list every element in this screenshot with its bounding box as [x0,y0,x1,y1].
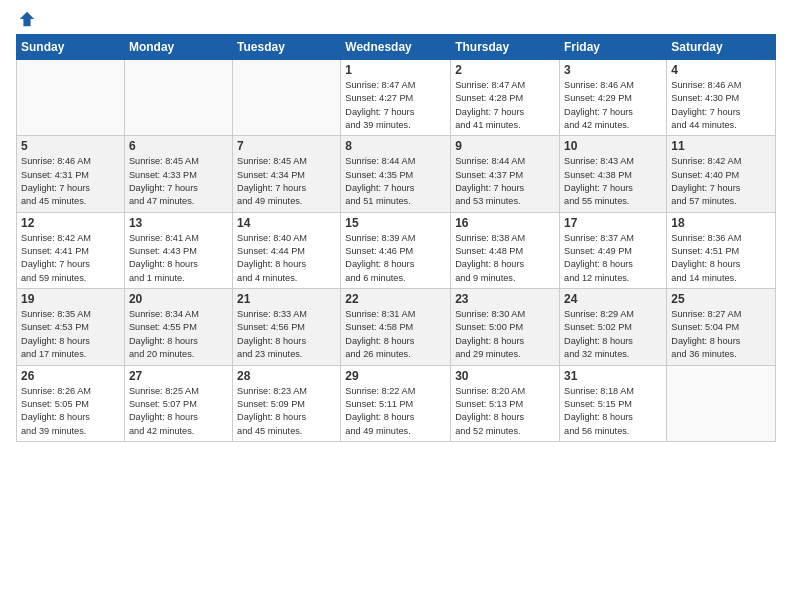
day-info: Sunrise: 8:47 AM Sunset: 4:28 PM Dayligh… [455,79,555,132]
calendar-cell: 20Sunrise: 8:34 AM Sunset: 4:55 PM Dayli… [124,289,232,365]
calendar-cell: 27Sunrise: 8:25 AM Sunset: 5:07 PM Dayli… [124,365,232,441]
day-info: Sunrise: 8:23 AM Sunset: 5:09 PM Dayligh… [237,385,336,438]
day-number: 18 [671,216,771,230]
day-info: Sunrise: 8:44 AM Sunset: 4:37 PM Dayligh… [455,155,555,208]
calendar-cell [124,60,232,136]
day-info: Sunrise: 8:41 AM Sunset: 4:43 PM Dayligh… [129,232,228,285]
day-info: Sunrise: 8:18 AM Sunset: 5:15 PM Dayligh… [564,385,662,438]
weekday-header-tuesday: Tuesday [233,35,341,60]
calendar-cell: 31Sunrise: 8:18 AM Sunset: 5:15 PM Dayli… [560,365,667,441]
calendar-cell: 23Sunrise: 8:30 AM Sunset: 5:00 PM Dayli… [451,289,560,365]
day-info: Sunrise: 8:43 AM Sunset: 4:38 PM Dayligh… [564,155,662,208]
calendar-table: SundayMondayTuesdayWednesdayThursdayFrid… [16,34,776,442]
day-number: 17 [564,216,662,230]
svg-marker-0 [20,12,34,26]
logo-icon [18,10,36,28]
calendar-cell: 17Sunrise: 8:37 AM Sunset: 4:49 PM Dayli… [560,212,667,288]
week-row-4: 19Sunrise: 8:35 AM Sunset: 4:53 PM Dayli… [17,289,776,365]
day-number: 26 [21,369,120,383]
day-number: 4 [671,63,771,77]
calendar-cell: 5Sunrise: 8:46 AM Sunset: 4:31 PM Daylig… [17,136,125,212]
day-number: 23 [455,292,555,306]
calendar-cell: 2Sunrise: 8:47 AM Sunset: 4:28 PM Daylig… [451,60,560,136]
calendar-cell: 12Sunrise: 8:42 AM Sunset: 4:41 PM Dayli… [17,212,125,288]
calendar-cell: 21Sunrise: 8:33 AM Sunset: 4:56 PM Dayli… [233,289,341,365]
calendar-cell: 4Sunrise: 8:46 AM Sunset: 4:30 PM Daylig… [667,60,776,136]
day-number: 19 [21,292,120,306]
calendar-cell: 11Sunrise: 8:42 AM Sunset: 4:40 PM Dayli… [667,136,776,212]
day-info: Sunrise: 8:26 AM Sunset: 5:05 PM Dayligh… [21,385,120,438]
calendar-cell: 3Sunrise: 8:46 AM Sunset: 4:29 PM Daylig… [560,60,667,136]
calendar-cell: 22Sunrise: 8:31 AM Sunset: 4:58 PM Dayli… [341,289,451,365]
day-info: Sunrise: 8:37 AM Sunset: 4:49 PM Dayligh… [564,232,662,285]
day-info: Sunrise: 8:38 AM Sunset: 4:48 PM Dayligh… [455,232,555,285]
weekday-header-monday: Monday [124,35,232,60]
calendar-cell: 9Sunrise: 8:44 AM Sunset: 4:37 PM Daylig… [451,136,560,212]
weekday-header-thursday: Thursday [451,35,560,60]
calendar-cell: 15Sunrise: 8:39 AM Sunset: 4:46 PM Dayli… [341,212,451,288]
day-number: 10 [564,139,662,153]
day-number: 14 [237,216,336,230]
day-info: Sunrise: 8:47 AM Sunset: 4:27 PM Dayligh… [345,79,446,132]
calendar-cell: 25Sunrise: 8:27 AM Sunset: 5:04 PM Dayli… [667,289,776,365]
day-number: 24 [564,292,662,306]
day-number: 2 [455,63,555,77]
day-info: Sunrise: 8:30 AM Sunset: 5:00 PM Dayligh… [455,308,555,361]
day-info: Sunrise: 8:46 AM Sunset: 4:29 PM Dayligh… [564,79,662,132]
calendar-cell: 29Sunrise: 8:22 AM Sunset: 5:11 PM Dayli… [341,365,451,441]
day-info: Sunrise: 8:20 AM Sunset: 5:13 PM Dayligh… [455,385,555,438]
page: SundayMondayTuesdayWednesdayThursdayFrid… [0,0,792,612]
calendar-cell: 19Sunrise: 8:35 AM Sunset: 4:53 PM Dayli… [17,289,125,365]
logo [16,10,36,28]
calendar-cell: 13Sunrise: 8:41 AM Sunset: 4:43 PM Dayli… [124,212,232,288]
day-number: 30 [455,369,555,383]
day-number: 25 [671,292,771,306]
day-info: Sunrise: 8:29 AM Sunset: 5:02 PM Dayligh… [564,308,662,361]
calendar-cell: 16Sunrise: 8:38 AM Sunset: 4:48 PM Dayli… [451,212,560,288]
day-info: Sunrise: 8:33 AM Sunset: 4:56 PM Dayligh… [237,308,336,361]
calendar-cell: 30Sunrise: 8:20 AM Sunset: 5:13 PM Dayli… [451,365,560,441]
header [16,10,776,28]
week-row-2: 5Sunrise: 8:46 AM Sunset: 4:31 PM Daylig… [17,136,776,212]
day-info: Sunrise: 8:34 AM Sunset: 4:55 PM Dayligh… [129,308,228,361]
calendar-cell: 1Sunrise: 8:47 AM Sunset: 4:27 PM Daylig… [341,60,451,136]
weekday-header-row: SundayMondayTuesdayWednesdayThursdayFrid… [17,35,776,60]
week-row-1: 1Sunrise: 8:47 AM Sunset: 4:27 PM Daylig… [17,60,776,136]
weekday-header-sunday: Sunday [17,35,125,60]
day-info: Sunrise: 8:27 AM Sunset: 5:04 PM Dayligh… [671,308,771,361]
day-number: 9 [455,139,555,153]
day-number: 27 [129,369,228,383]
day-info: Sunrise: 8:31 AM Sunset: 4:58 PM Dayligh… [345,308,446,361]
day-info: Sunrise: 8:25 AM Sunset: 5:07 PM Dayligh… [129,385,228,438]
day-number: 28 [237,369,336,383]
weekday-header-friday: Friday [560,35,667,60]
day-number: 16 [455,216,555,230]
day-info: Sunrise: 8:39 AM Sunset: 4:46 PM Dayligh… [345,232,446,285]
calendar-cell: 10Sunrise: 8:43 AM Sunset: 4:38 PM Dayli… [560,136,667,212]
day-info: Sunrise: 8:45 AM Sunset: 4:34 PM Dayligh… [237,155,336,208]
week-row-3: 12Sunrise: 8:42 AM Sunset: 4:41 PM Dayli… [17,212,776,288]
day-number: 12 [21,216,120,230]
calendar-cell: 6Sunrise: 8:45 AM Sunset: 4:33 PM Daylig… [124,136,232,212]
week-row-5: 26Sunrise: 8:26 AM Sunset: 5:05 PM Dayli… [17,365,776,441]
day-info: Sunrise: 8:45 AM Sunset: 4:33 PM Dayligh… [129,155,228,208]
day-number: 7 [237,139,336,153]
calendar-cell [233,60,341,136]
day-info: Sunrise: 8:42 AM Sunset: 4:40 PM Dayligh… [671,155,771,208]
day-info: Sunrise: 8:46 AM Sunset: 4:31 PM Dayligh… [21,155,120,208]
calendar-cell: 28Sunrise: 8:23 AM Sunset: 5:09 PM Dayli… [233,365,341,441]
day-number: 5 [21,139,120,153]
day-number: 11 [671,139,771,153]
calendar-cell: 18Sunrise: 8:36 AM Sunset: 4:51 PM Dayli… [667,212,776,288]
day-number: 13 [129,216,228,230]
day-info: Sunrise: 8:42 AM Sunset: 4:41 PM Dayligh… [21,232,120,285]
day-info: Sunrise: 8:22 AM Sunset: 5:11 PM Dayligh… [345,385,446,438]
calendar-cell [17,60,125,136]
calendar-cell: 26Sunrise: 8:26 AM Sunset: 5:05 PM Dayli… [17,365,125,441]
day-number: 31 [564,369,662,383]
day-number: 29 [345,369,446,383]
day-number: 6 [129,139,228,153]
day-number: 1 [345,63,446,77]
day-number: 22 [345,292,446,306]
day-number: 15 [345,216,446,230]
